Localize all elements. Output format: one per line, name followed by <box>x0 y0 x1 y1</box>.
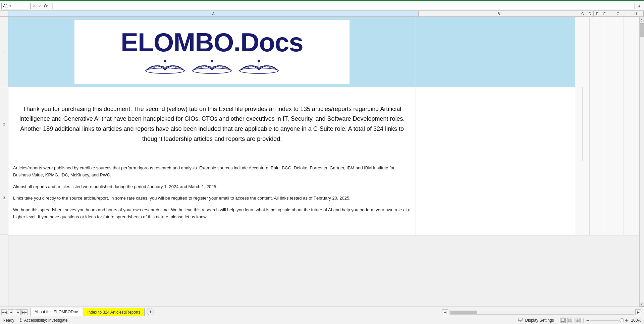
cell-reference-box[interactable]: A1 ▼ <box>1 3 28 9</box>
spreadsheet-area: A B C D E F G H 1 2 3 ELOMBO.Docs <box>0 11 644 307</box>
detail-line3: Links take you directly to the source ar… <box>13 195 411 202</box>
grid-body: 1 2 3 ELOMBO.Docs <box>0 17 644 307</box>
status-ready: Ready <box>3 318 14 323</box>
column-headers: A B C D E F G H <box>0 11 644 17</box>
zoom-slider-thumb[interactable] <box>620 318 624 322</box>
svg-point-9 <box>20 318 21 320</box>
row-number-2[interactable]: 2 <box>0 87 8 161</box>
display-settings-text[interactable]: Display Settings <box>525 318 554 323</box>
zoom-slider[interactable] <box>590 320 624 321</box>
cell-e3 <box>590 161 597 235</box>
col-header-g[interactable]: G <box>608 11 628 16</box>
tab-last-button[interactable]: ▶▶ <box>21 309 28 315</box>
page-layout-view-button[interactable] <box>567 318 573 323</box>
display-settings-icon <box>518 317 523 323</box>
scroll-thumb[interactable] <box>640 23 644 37</box>
zoom-controls: − + 100% <box>586 318 641 323</box>
accessibility-text[interactable]: Accessibility: Investigate <box>24 318 68 323</box>
cell-e2 <box>590 87 597 161</box>
zoom-level[interactable]: 100% <box>629 318 641 323</box>
book-icon-3 <box>239 58 279 75</box>
zoom-in-button[interactable]: + <box>625 318 628 323</box>
scroll-up-button[interactable]: ▲ <box>640 17 644 21</box>
svg-point-2 <box>164 60 166 62</box>
col-header-b[interactable]: B <box>419 11 579 16</box>
scroll-down-button[interactable]: ▼ <box>640 302 644 307</box>
cell-h1 <box>624 17 639 87</box>
col-header-f[interactable]: F <box>601 11 608 16</box>
col-header-h[interactable]: H <box>628 11 644 16</box>
svg-rect-12 <box>561 319 564 321</box>
normal-view-button[interactable] <box>560 318 566 323</box>
sheet-tab-about[interactable]: About this ELOMBODoc <box>30 308 82 316</box>
tab-index-label: Index to 324 Articles&Reports <box>87 310 140 315</box>
row-num-spacer <box>0 11 8 16</box>
row-3: Articles/reports were published by credi… <box>8 161 639 235</box>
book-icon-1 <box>145 58 185 75</box>
hscroll-track[interactable] <box>449 310 634 315</box>
detail-line2: Almost all reports and articles listed w… <box>13 183 411 191</box>
horizontal-scrollbar[interactable]: ◀ ▶ <box>442 309 641 315</box>
formula-divider-2 <box>50 3 50 9</box>
scroll-track[interactable] <box>640 21 644 302</box>
hscroll-thumb[interactable] <box>450 311 477 314</box>
vertical-scrollbar[interactable]: ▲ ▼ <box>639 17 644 307</box>
row-number-1[interactable]: 1 <box>0 17 8 87</box>
cell-b3 <box>416 161 575 235</box>
row-1: ELOMBO.Docs <box>8 17 639 87</box>
detail-line1: Articles/reports were published by credi… <box>13 165 411 179</box>
view-icons <box>560 318 581 323</box>
cell-c2 <box>575 87 583 161</box>
svg-point-5 <box>211 60 213 62</box>
logo-title: ELOMBO.Docs <box>121 29 303 55</box>
tab-next-button[interactable]: ▶ <box>15 309 21 315</box>
svg-rect-13 <box>569 319 570 322</box>
cell-b2 <box>416 87 575 161</box>
grid-main: ELOMBO.Docs <box>8 17 639 307</box>
book-icon-2 <box>192 58 232 75</box>
expand-formula-bar-button[interactable]: ▲ <box>636 4 643 8</box>
col-header-a[interactable]: A <box>8 11 419 16</box>
status-left: Ready Accessibility: Investigate <box>3 318 68 323</box>
row-2: Thank you for purchasing this document. … <box>8 87 639 161</box>
description-text: Thank you for purchasing this document. … <box>18 104 406 144</box>
col-header-d[interactable]: D <box>586 11 594 16</box>
logo-books <box>145 58 279 75</box>
tab-about-label: About this ELOMBODoc <box>35 310 78 314</box>
cell-d1 <box>582 17 590 87</box>
row-number-3[interactable]: 3 <box>0 161 8 235</box>
cell-f3 <box>597 161 604 235</box>
zoom-out-button[interactable]: − <box>586 318 589 323</box>
formula-icons: ✕ ✓ fx <box>33 3 48 8</box>
scroll-left-button[interactable]: ◀ <box>442 309 448 315</box>
cell-a3[interactable]: Articles/reports were published by credi… <box>8 161 416 235</box>
cell-d2 <box>583 87 590 161</box>
formula-bar: A1 ▼ ✕ ✓ fx ▲ <box>0 1 644 11</box>
tab-first-button[interactable]: ◀◀ <box>1 309 7 315</box>
add-sheet-button[interactable]: + <box>147 308 154 315</box>
cell-a1[interactable]: ELOMBO.Docs <box>8 17 416 87</box>
svg-rect-14 <box>571 319 572 322</box>
sheet-tab-index[interactable]: Index to 324 Articles&Reports <box>83 308 145 316</box>
cancel-icon[interactable]: ✕ <box>33 3 36 8</box>
page-break-preview-button[interactable] <box>575 318 581 323</box>
cell-f1 <box>597 17 604 87</box>
tab-navigation-controls: ◀◀ ◀ ▶ ▶▶ <box>1 309 28 316</box>
tab-right-controls: ◀ ▶ <box>154 309 644 316</box>
col-header-e[interactable]: E <box>594 11 601 16</box>
formula-divider <box>30 3 31 9</box>
cell-c3 <box>575 161 583 235</box>
cell-e1 <box>590 17 597 87</box>
col-header-c[interactable]: C <box>579 11 587 16</box>
scroll-right-button[interactable]: ▶ <box>635 309 641 315</box>
cell-ref-value: A1 <box>3 4 8 8</box>
formula-input[interactable] <box>52 3 635 9</box>
tab-prev-button[interactable]: ◀ <box>8 309 14 315</box>
status-divider-2 <box>583 318 584 323</box>
cell-a2[interactable]: Thank you for purchasing this document. … <box>8 87 416 161</box>
detail-line4: We hope this spreadsheet saves you hours… <box>13 207 411 221</box>
sheet-tabs-area: ◀◀ ◀ ▶ ▶▶ About this ELOMBODoc Index to … <box>0 307 644 316</box>
svg-point-8 <box>258 60 260 62</box>
confirm-icon[interactable]: ✓ <box>38 3 42 8</box>
function-icon[interactable]: fx <box>44 3 48 8</box>
